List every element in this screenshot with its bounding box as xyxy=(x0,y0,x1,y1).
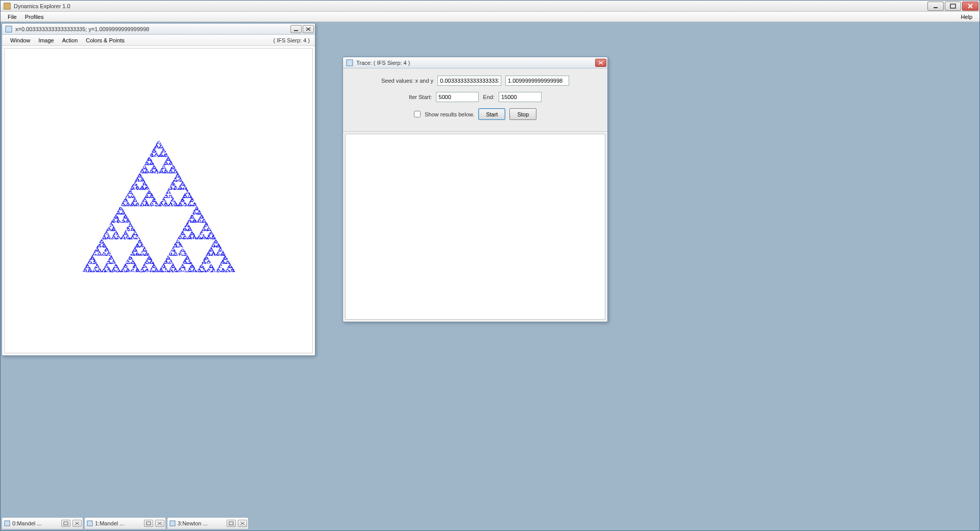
os-titlebar[interactable]: Dynamics Explorer 1.0 xyxy=(1,1,979,12)
fractal-titlebar[interactable]: x=0.0033333333333333335; y=1.00999999999… xyxy=(2,23,315,35)
task-restore-button[interactable] xyxy=(144,520,153,527)
svg-rect-8116 xyxy=(106,238,106,238)
svg-rect-7880 xyxy=(105,234,105,234)
fractal-menu-image[interactable]: Image xyxy=(34,36,58,44)
svg-rect-7758 xyxy=(148,254,149,254)
start-button[interactable]: Start xyxy=(478,108,505,120)
svg-rect-4481 xyxy=(184,204,184,204)
task-close-button[interactable] xyxy=(155,520,164,527)
svg-rect-5051 xyxy=(186,255,186,256)
taskbar-item-0[interactable]: 0:Mandel ... xyxy=(2,517,83,529)
iter-end-input[interactable] xyxy=(499,92,542,102)
trace-titlebar[interactable]: Trace: ( IFS Sierp: 4 ) xyxy=(343,57,607,68)
trace-window-icon xyxy=(346,59,353,66)
fractal-close-button[interactable] xyxy=(303,25,314,33)
svg-rect-6867 xyxy=(136,233,137,233)
taskbar-item-1[interactable]: 1:Mandel ... xyxy=(84,517,166,529)
svg-rect-7290 xyxy=(142,188,143,189)
fractal-canvas[interactable] xyxy=(4,48,313,353)
show-results-label[interactable]: Show results below. xyxy=(425,111,474,117)
seed-x-input[interactable] xyxy=(437,76,501,86)
svg-rect-5461 xyxy=(203,234,203,235)
svg-rect-7600 xyxy=(232,270,233,270)
svg-rect-8597 xyxy=(144,255,145,255)
svg-rect-7219 xyxy=(187,205,187,206)
svg-rect-6672 xyxy=(134,196,135,197)
svg-rect-8558 xyxy=(115,218,115,219)
svg-rect-7492 xyxy=(121,238,122,239)
svg-rect-6402 xyxy=(145,163,146,163)
svg-rect-2280 xyxy=(162,171,162,171)
svg-rect-7383 xyxy=(96,265,96,266)
menu-profiles[interactable]: Profiles xyxy=(21,13,48,21)
fractal-minimize-button[interactable] xyxy=(290,25,302,33)
taskbar-item-2[interactable]: 3:Newton ... xyxy=(167,517,249,529)
svg-rect-7134 xyxy=(89,262,89,262)
fractal-window[interactable]: x=0.0033333333333333335; y=1.00999999999… xyxy=(2,23,315,356)
svg-rect-8152 xyxy=(112,221,113,221)
menu-file[interactable]: File xyxy=(4,13,21,21)
svg-rect-6915 xyxy=(98,270,99,270)
svg-rect-8253 xyxy=(146,197,146,198)
svg-rect-2129 xyxy=(96,249,97,249)
svg-rect-6995 xyxy=(162,168,163,169)
task-close-button[interactable] xyxy=(238,520,247,527)
task-close-button[interactable] xyxy=(72,520,82,527)
svg-rect-1508 xyxy=(180,272,180,272)
svg-rect-7811 xyxy=(146,261,147,262)
svg-rect-8563 xyxy=(228,266,229,267)
svg-rect-7618 xyxy=(165,168,166,169)
svg-rect-5542 xyxy=(154,265,155,266)
svg-rect-8574 xyxy=(200,221,201,221)
svg-rect-8329 xyxy=(155,168,155,169)
svg-rect-8115 xyxy=(129,204,129,205)
svg-rect-7802 xyxy=(121,209,121,209)
svg-rect-2174 xyxy=(131,192,132,192)
svg-rect-8086 xyxy=(167,192,167,193)
svg-rect-8472 xyxy=(106,248,106,248)
svg-rect-4005 xyxy=(163,147,163,148)
task-restore-button[interactable] xyxy=(227,520,236,527)
svg-rect-6430 xyxy=(92,263,92,264)
seed-y-input[interactable] xyxy=(505,76,569,86)
svg-rect-8770 xyxy=(97,255,97,256)
task-restore-button[interactable] xyxy=(61,520,70,527)
svg-rect-8647 xyxy=(173,173,174,173)
iter-start-input[interactable] xyxy=(436,92,479,102)
os-maximize-button[interactable] xyxy=(945,2,961,11)
svg-rect-7397 xyxy=(204,237,205,238)
svg-rect-8459 xyxy=(203,271,204,271)
svg-rect-269 xyxy=(122,220,122,221)
trace-close-button[interactable] xyxy=(595,59,606,67)
svg-rect-7602 xyxy=(139,238,139,239)
svg-rect-8725 xyxy=(175,269,176,269)
svg-rect-4158 xyxy=(137,202,138,203)
fractal-menu-action[interactable]: Action xyxy=(58,36,82,44)
svg-rect-8621 xyxy=(202,216,203,216)
svg-rect-7004 xyxy=(145,184,145,184)
svg-rect-6976 xyxy=(181,268,181,268)
svg-rect-6058 xyxy=(162,166,163,167)
menu-help[interactable]: Help xyxy=(957,13,976,21)
fractal-menu-window[interactable]: Window xyxy=(6,36,34,44)
trace-dialog[interactable]: Trace: ( IFS Sierp: 4 ) Seed values: x a… xyxy=(342,57,608,322)
svg-rect-7460 xyxy=(127,271,127,271)
show-results-checkbox[interactable] xyxy=(414,111,421,117)
svg-rect-6208 xyxy=(213,243,214,243)
stop-button[interactable]: Stop xyxy=(509,108,536,120)
svg-rect-8053 xyxy=(131,193,131,194)
os-close-button[interactable] xyxy=(962,2,978,11)
svg-rect-5526 xyxy=(185,252,186,252)
os-minimize-button[interactable] xyxy=(927,2,944,11)
svg-rect-6637 xyxy=(225,254,225,255)
fractal-menu-colors-points[interactable]: Colors & Points xyxy=(82,36,129,44)
svg-rect-4878 xyxy=(84,272,84,272)
svg-rect-7640 xyxy=(137,235,138,236)
svg-rect-8382 xyxy=(226,259,226,260)
svg-rect-5276 xyxy=(191,264,192,265)
svg-rect-7305 xyxy=(175,187,175,187)
svg-rect-5245 xyxy=(133,195,134,196)
svg-rect-7482 xyxy=(189,238,189,239)
svg-rect-6864 xyxy=(208,226,208,226)
svg-rect-7108 xyxy=(189,205,190,206)
